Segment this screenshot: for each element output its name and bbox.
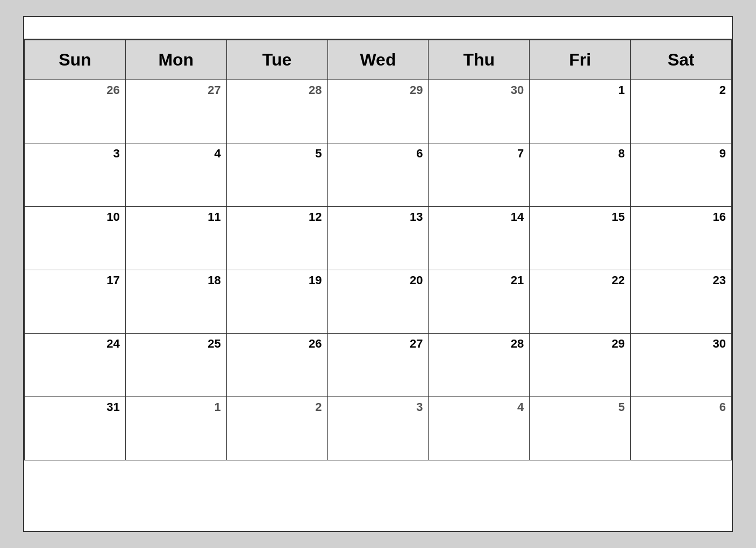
- calendar-cell[interactable]: 2: [631, 80, 732, 143]
- day-number: 14: [431, 210, 524, 224]
- day-number: 27: [128, 83, 221, 97]
- day-number: 3: [27, 147, 120, 161]
- day-number: 10: [27, 210, 120, 224]
- day-number: 15: [532, 210, 625, 224]
- calendar-cell[interactable]: 28: [226, 80, 327, 143]
- day-number: 8: [532, 147, 625, 161]
- day-number: 22: [532, 273, 625, 287]
- calendar-cell[interactable]: 31: [25, 397, 126, 460]
- day-number: 28: [229, 83, 322, 97]
- calendar-cell[interactable]: 2: [226, 397, 327, 460]
- calendar-grid: SunMonTueWedThuFriSat 262728293012345678…: [24, 40, 732, 460]
- day-header-sat: Sat: [631, 40, 732, 80]
- calendar-cell[interactable]: 16: [631, 207, 732, 270]
- calendar-cell[interactable]: 1: [530, 80, 631, 143]
- day-number: 23: [633, 273, 726, 287]
- calendar-cell[interactable]: 20: [327, 270, 429, 334]
- calendar-cell[interactable]: 30: [429, 80, 530, 143]
- calendar-cell[interactable]: 3: [25, 143, 126, 207]
- day-number: 30: [633, 337, 726, 351]
- calendar-cell[interactable]: 12: [226, 207, 327, 270]
- calendar-container: SunMonTueWedThuFriSat 262728293012345678…: [23, 16, 733, 532]
- calendar-cell[interactable]: 26: [25, 80, 126, 143]
- day-number: 5: [532, 400, 625, 414]
- week-row-3: 10111213141516: [25, 207, 732, 270]
- day-number: 5: [229, 147, 322, 161]
- calendar-cell[interactable]: 4: [429, 397, 530, 460]
- calendar-cell[interactable]: 30: [631, 334, 732, 397]
- day-number: 27: [330, 337, 423, 351]
- day-header-mon: Mon: [125, 40, 226, 80]
- calendar-title: [24, 17, 732, 40]
- day-number: 29: [330, 83, 423, 97]
- week-row-1: 262728293012: [25, 80, 732, 143]
- day-number: 16: [633, 210, 726, 224]
- day-number: 26: [229, 337, 322, 351]
- day-number: 21: [431, 273, 524, 287]
- week-row-2: 3456789: [25, 143, 732, 207]
- day-number: 1: [128, 400, 221, 414]
- calendar-cell[interactable]: 29: [530, 334, 631, 397]
- week-row-6: 31123456: [25, 397, 732, 460]
- day-header-tue: Tue: [226, 40, 327, 80]
- day-number: 11: [128, 210, 221, 224]
- day-header-sun: Sun: [25, 40, 126, 80]
- calendar-cell[interactable]: 19: [226, 270, 327, 334]
- day-number: 13: [330, 210, 423, 224]
- day-number: 1: [532, 83, 625, 97]
- calendar-cell[interactable]: 6: [327, 143, 429, 207]
- day-number: 18: [128, 273, 221, 287]
- day-number: 31: [27, 400, 120, 414]
- calendar-cell[interactable]: 24: [25, 334, 126, 397]
- calendar-cell[interactable]: 15: [530, 207, 631, 270]
- day-number: 28: [431, 337, 524, 351]
- calendar-cell[interactable]: 27: [327, 334, 429, 397]
- day-number: 12: [229, 210, 322, 224]
- calendar-cell[interactable]: 1: [125, 397, 226, 460]
- calendar-cell[interactable]: 4: [125, 143, 226, 207]
- calendar-cell[interactable]: 17: [25, 270, 126, 334]
- day-number: 20: [330, 273, 423, 287]
- day-number: 25: [128, 337, 221, 351]
- calendar-cell[interactable]: 9: [631, 143, 732, 207]
- day-number: 4: [431, 400, 524, 414]
- day-number: 17: [27, 273, 120, 287]
- calendar-cell[interactable]: 5: [530, 397, 631, 460]
- day-number: 9: [633, 147, 726, 161]
- day-number: 6: [330, 147, 423, 161]
- day-header-thu: Thu: [429, 40, 530, 80]
- day-number: 4: [128, 147, 221, 161]
- day-header-wed: Wed: [327, 40, 429, 80]
- day-number: 26: [27, 83, 120, 97]
- calendar-cell[interactable]: 25: [125, 334, 226, 397]
- day-number: 3: [330, 400, 423, 414]
- calendar-cell[interactable]: 28: [429, 334, 530, 397]
- day-number: 30: [431, 83, 524, 97]
- calendar-cell[interactable]: 13: [327, 207, 429, 270]
- day-number: 19: [229, 273, 322, 287]
- calendar-cell[interactable]: 5: [226, 143, 327, 207]
- day-number: 2: [633, 83, 726, 97]
- day-number: 24: [27, 337, 120, 351]
- day-header-fri: Fri: [530, 40, 631, 80]
- calendar-cell[interactable]: 29: [327, 80, 429, 143]
- calendar-cell[interactable]: 7: [429, 143, 530, 207]
- calendar-cell[interactable]: 11: [125, 207, 226, 270]
- week-row-5: 24252627282930: [25, 334, 732, 397]
- calendar-cell[interactable]: 23: [631, 270, 732, 334]
- calendar-cell[interactable]: 10: [25, 207, 126, 270]
- calendar-cell[interactable]: 14: [429, 207, 530, 270]
- calendar-cell[interactable]: 3: [327, 397, 429, 460]
- day-number: 29: [532, 337, 625, 351]
- calendar-cell[interactable]: 18: [125, 270, 226, 334]
- calendar-cell[interactable]: 8: [530, 143, 631, 207]
- calendar-cell[interactable]: 6: [631, 397, 732, 460]
- day-number: 6: [633, 400, 726, 414]
- calendar-cell[interactable]: 21: [429, 270, 530, 334]
- week-row-4: 17181920212223: [25, 270, 732, 334]
- day-number: 7: [431, 147, 524, 161]
- header-row: SunMonTueWedThuFriSat: [25, 40, 732, 80]
- calendar-cell[interactable]: 27: [125, 80, 226, 143]
- calendar-cell[interactable]: 26: [226, 334, 327, 397]
- calendar-cell[interactable]: 22: [530, 270, 631, 334]
